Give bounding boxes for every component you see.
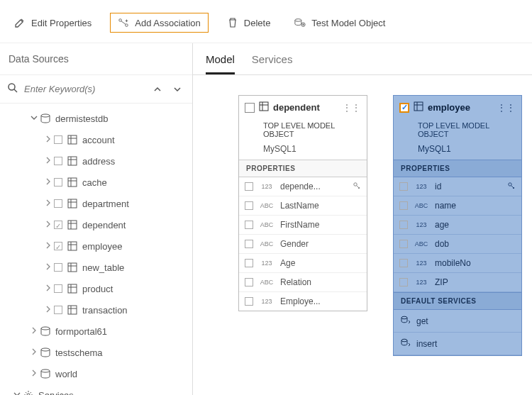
add-association-button[interactable]: Add Association bbox=[110, 13, 209, 33]
svg-rect-14 bbox=[68, 306, 77, 314]
property-row[interactable]: ABC name bbox=[394, 196, 521, 216]
add-association-label: Add Association bbox=[135, 18, 201, 28]
drag-handle-icon[interactable]: ⋮⋮ bbox=[343, 103, 361, 113]
tree-node-table[interactable]: dependent bbox=[0, 214, 192, 235]
tree-node-table[interactable]: department bbox=[0, 193, 192, 214]
property-checkbox[interactable] bbox=[245, 297, 253, 306]
property-row[interactable]: ABC FirstName bbox=[239, 216, 367, 235]
tree-checkbox[interactable] bbox=[54, 284, 62, 293]
property-checkbox[interactable] bbox=[245, 201, 253, 210]
delete-button[interactable]: Delete bbox=[221, 13, 277, 33]
card-checkbox[interactable] bbox=[399, 103, 409, 113]
service-name: get bbox=[416, 316, 428, 326]
tree-node-table[interactable]: product bbox=[0, 278, 192, 299]
property-checkbox[interactable] bbox=[245, 278, 253, 286]
test-model-button[interactable]: Test Model Object bbox=[289, 13, 391, 33]
tree-node-table[interactable]: employee bbox=[0, 235, 192, 257]
tree-checkbox[interactable] bbox=[54, 157, 62, 165]
tree-checkbox[interactable] bbox=[54, 221, 62, 229]
svg-point-16 bbox=[41, 348, 50, 351]
property-checkbox[interactable] bbox=[399, 201, 408, 210]
property-row[interactable]: 123 age bbox=[394, 216, 521, 235]
tree-node-table[interactable]: new_table bbox=[0, 257, 192, 278]
tab-services[interactable]: Services bbox=[252, 53, 293, 74]
svg-point-17 bbox=[41, 369, 50, 372]
drag-handle-icon[interactable]: ⋮⋮ bbox=[497, 103, 516, 113]
property-name: FirstName bbox=[280, 220, 361, 230]
svg-point-15 bbox=[41, 327, 50, 330]
tree-checkbox[interactable] bbox=[54, 263, 62, 272]
svg-rect-21 bbox=[414, 102, 423, 111]
property-checkbox[interactable] bbox=[245, 259, 253, 267]
property-row[interactable]: 123 mobileNo bbox=[394, 254, 521, 273]
properties-header: PROPERTIES bbox=[394, 160, 521, 177]
property-row[interactable]: 123 Age bbox=[239, 254, 367, 273]
model-card-dependent[interactable]: dependent ⋮⋮ TOP LEVEL MODEL OBJECT MySQ… bbox=[238, 95, 367, 311]
expand-down-button[interactable] bbox=[170, 82, 185, 97]
tree-node-table[interactable]: address bbox=[0, 150, 192, 172]
gear-icon bbox=[23, 389, 34, 395]
property-type: ABC bbox=[412, 202, 431, 209]
property-checkbox[interactable] bbox=[245, 240, 253, 248]
property-row[interactable]: ABC dob bbox=[394, 235, 521, 254]
tree-node-db[interactable]: formportal61 bbox=[0, 321, 192, 342]
property-type: ABC bbox=[257, 240, 276, 247]
table-icon bbox=[67, 177, 78, 188]
property-checkbox[interactable] bbox=[399, 221, 408, 229]
property-row[interactable]: 123 Employe... bbox=[239, 292, 367, 311]
trash-icon bbox=[227, 17, 238, 28]
tree-checkbox[interactable] bbox=[54, 306, 62, 314]
svg-point-2 bbox=[295, 19, 301, 22]
property-checkbox[interactable] bbox=[399, 240, 408, 248]
svg-point-0 bbox=[119, 19, 122, 22]
card-title: dependent bbox=[273, 102, 338, 113]
tree-node-table[interactable]: account bbox=[0, 129, 192, 150]
table-icon bbox=[67, 219, 78, 230]
card-checkbox[interactable] bbox=[245, 103, 255, 113]
search-input[interactable] bbox=[23, 81, 145, 97]
property-checkbox[interactable] bbox=[245, 221, 253, 229]
property-checkbox[interactable] bbox=[399, 259, 408, 267]
key-icon bbox=[353, 182, 361, 191]
service-icon bbox=[401, 338, 411, 350]
chevron-right-icon bbox=[28, 369, 40, 378]
property-checkbox[interactable] bbox=[399, 278, 408, 286]
tab-model[interactable]: Model bbox=[206, 53, 235, 74]
tree-node-db[interactable]: world bbox=[0, 363, 192, 384]
tree-node-db[interactable]: testschema bbox=[0, 342, 192, 363]
property-row[interactable]: ABC Relation bbox=[239, 273, 367, 292]
property-type: ABC bbox=[412, 240, 431, 247]
edit-properties-button[interactable]: Edit Properties bbox=[9, 13, 97, 33]
chevron-right-icon bbox=[43, 242, 54, 250]
services-header: DEFAULT SERVICES bbox=[394, 292, 521, 310]
property-type: ABC bbox=[257, 202, 276, 209]
canvas[interactable]: dependent ⋮⋮ TOP LEVEL MODEL OBJECT MySQ… bbox=[193, 75, 532, 395]
tree-checkbox[interactable] bbox=[54, 178, 62, 187]
svg-rect-13 bbox=[68, 284, 77, 293]
property-row[interactable]: ABC LastName bbox=[239, 196, 367, 216]
card-source: MySQL1 bbox=[394, 143, 521, 160]
property-row[interactable]: 123 id bbox=[394, 177, 521, 196]
model-card-employee[interactable]: employee ⋮⋮ TOP LEVEL MODEL OBJECT MySQL… bbox=[393, 95, 522, 356]
card-source: MySQL1 bbox=[239, 143, 367, 160]
svg-point-4 bbox=[9, 84, 15, 90]
tree-node-db[interactable]: dermistestdb bbox=[0, 108, 192, 129]
service-row[interactable]: insert bbox=[394, 333, 521, 355]
property-row[interactable]: ABC Gender bbox=[239, 235, 367, 254]
collapse-up-button[interactable] bbox=[150, 82, 165, 97]
property-name: Relation bbox=[280, 277, 361, 287]
svg-point-1 bbox=[126, 24, 128, 27]
tree-node-table[interactable]: cache bbox=[0, 172, 192, 193]
tree-checkbox[interactable] bbox=[54, 135, 62, 144]
tree-node-table[interactable]: transaction bbox=[0, 299, 192, 321]
tree-node-services[interactable]: Services bbox=[0, 384, 192, 395]
property-checkbox[interactable] bbox=[399, 182, 408, 191]
property-row[interactable]: 123 ZIP bbox=[394, 273, 521, 292]
tree-checkbox[interactable] bbox=[54, 242, 62, 250]
tree-checkbox[interactable] bbox=[54, 199, 62, 208]
property-type: ABC bbox=[257, 279, 276, 286]
property-checkbox[interactable] bbox=[245, 182, 253, 191]
property-row[interactable]: 123 depende... bbox=[239, 177, 367, 196]
toolbar: Edit Properties Add Association Delete T… bbox=[0, 0, 532, 43]
service-row[interactable]: get bbox=[394, 310, 521, 333]
